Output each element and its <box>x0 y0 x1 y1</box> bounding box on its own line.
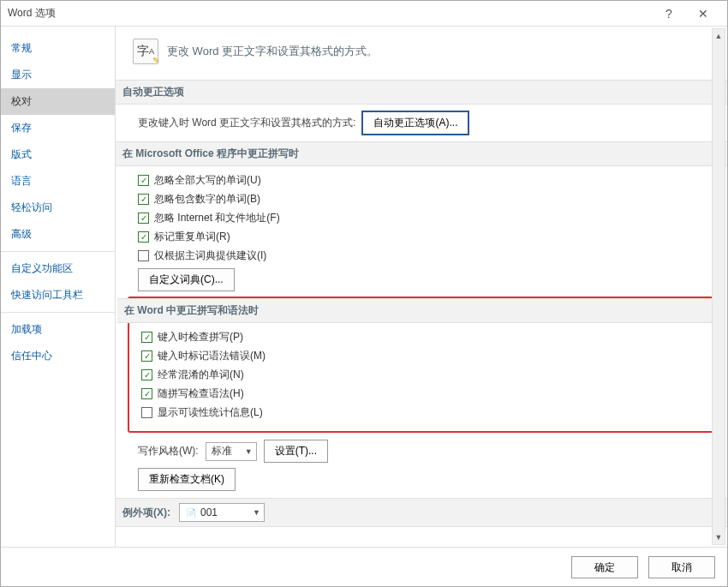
checkbox-icon <box>138 175 149 186</box>
checkbox-icon <box>141 407 152 418</box>
autocorrect-row: 更改键入时 Word 更正文字和设置其格式的方式: 自动更正选项(A)... <box>133 111 710 135</box>
section-autocorrect: 自动更正选项 <box>116 80 727 105</box>
scroll-up-icon[interactable]: ▲ <box>713 29 725 43</box>
chk-flag-repeated[interactable]: 标记重复单词(R) <box>138 230 710 244</box>
checkbox-icon <box>141 388 152 399</box>
dialog-footer: 确定 取消 <box>1 547 727 586</box>
custom-dictionaries-button[interactable]: 自定义词典(C)... <box>138 268 235 291</box>
vertical-scrollbar[interactable]: ▲ ▼ <box>712 28 725 545</box>
grammar-settings-button[interactable]: 设置(T)... <box>264 440 328 463</box>
writing-style-label: 写作风格(W): <box>138 444 199 458</box>
recheck-document-button[interactable]: 重新检查文档(K) <box>138 468 236 491</box>
exceptions-value: 001 <box>200 506 218 518</box>
writing-style-row: 写作风格(W): 标准 ▼ 设置(T)... <box>133 440 710 463</box>
panel-header: 字A✎ 更改 Word 更正文字和设置其格式的方式。 <box>133 39 710 64</box>
sidebar-item-trust[interactable]: 信任中心 <box>1 343 115 369</box>
checkbox-icon <box>141 332 152 343</box>
proofing-icon: 字A✎ <box>133 39 158 64</box>
autocorrect-desc: 更改键入时 Word 更正文字和设置其格式的方式: <box>138 116 355 130</box>
sidebar-item-qat[interactable]: 快速访问工具栏 <box>1 282 115 308</box>
checkbox-icon <box>141 369 152 380</box>
checkbox-icon <box>138 231 149 243</box>
sidebar-item-language[interactable]: 语言 <box>1 168 115 195</box>
help-button[interactable]: ? <box>652 7 686 21</box>
writing-style-select[interactable]: 标准 ▼ <box>206 442 257 461</box>
sidebar-item-general[interactable]: 常规 <box>1 35 115 62</box>
word-options-dialog: Word 选项 ? ✕ 常规 显示 校对 保存 版式 语言 轻松访问 高级 自定… <box>0 0 728 587</box>
chevron-down-icon: ▼ <box>245 447 253 456</box>
chk-ignore-numbers[interactable]: 忽略包含数字的单词(B) <box>138 192 710 207</box>
window-title: Word 选项 <box>8 6 652 21</box>
category-sidebar: 常规 显示 校对 保存 版式 语言 轻松访问 高级 自定义功能区 快速访问工具栏… <box>1 27 116 547</box>
checkbox-icon <box>141 350 152 362</box>
autocorrect-options-button[interactable]: 自动更正选项(A)... <box>362 111 468 135</box>
chk-ignore-internet[interactable]: 忽略 Internet 和文件地址(F) <box>138 211 710 225</box>
checkbox-icon <box>138 250 149 261</box>
checkbox-icon <box>138 213 149 224</box>
sidebar-item-layout[interactable]: 版式 <box>1 141 115 168</box>
section-word-spelling: 在 Word 中更正拼写和语法时 <box>117 298 725 323</box>
exceptions-select[interactable]: 📄001 ▼ <box>179 503 265 522</box>
sidebar-item-proofing[interactable]: 校对 <box>1 88 115 115</box>
chk-readability-stats[interactable]: 显示可读性统计信息(L) <box>134 405 713 420</box>
sidebar-item-save[interactable]: 保存 <box>1 115 115 141</box>
ok-button[interactable]: 确定 <box>571 556 638 578</box>
cancel-button[interactable]: 取消 <box>648 556 715 578</box>
chk-confused-words[interactable]: 经常混淆的单词(N) <box>134 368 713 382</box>
sidebar-item-display[interactable]: 显示 <box>1 62 115 88</box>
chk-check-spelling-typing[interactable]: 键入时检查拼写(P) <box>134 330 713 344</box>
section-office-spelling: 在 Microsoft Office 程序中更正拼写时 <box>116 141 727 166</box>
panel-description: 更改 Word 更正文字和设置其格式的方式。 <box>167 44 378 59</box>
document-icon: 📄 <box>185 506 197 518</box>
chk-main-dict-only[interactable]: 仅根据主词典提供建议(I) <box>138 249 710 263</box>
word-spelling-highlight: 在 Word 中更正拼写和语法时 键入时检查拼写(P) 键入时标记语法错误(M)… <box>128 296 715 433</box>
titlebar: Word 选项 ? ✕ <box>1 1 727 27</box>
chk-mark-grammar-typing[interactable]: 键入时标记语法错误(M) <box>134 349 713 363</box>
scroll-down-icon[interactable]: ▼ <box>713 530 725 544</box>
chevron-down-icon: ▼ <box>253 508 260 517</box>
writing-style-value: 标准 <box>212 444 232 458</box>
checkbox-icon <box>138 194 149 205</box>
chk-ignore-uppercase[interactable]: 忽略全部大写的单词(U) <box>138 173 710 188</box>
section-exceptions: 例外项(X): 📄001 ▼ <box>116 498 727 527</box>
options-panel: 字A✎ 更改 Word 更正文字和设置其格式的方式。 自动更正选项 更改键入时 … <box>116 27 727 547</box>
chk-grammar-with-spelling[interactable]: 随拼写检查语法(H) <box>134 386 713 401</box>
dialog-body: 常规 显示 校对 保存 版式 语言 轻松访问 高级 自定义功能区 快速访问工具栏… <box>1 27 727 547</box>
sidebar-item-customize-ribbon[interactable]: 自定义功能区 <box>1 255 115 282</box>
close-button[interactable]: ✕ <box>686 7 720 21</box>
sidebar-item-advanced[interactable]: 高级 <box>1 221 115 248</box>
sidebar-item-addins[interactable]: 加载项 <box>1 316 115 343</box>
sidebar-item-ease[interactable]: 轻松访问 <box>1 195 115 221</box>
exceptions-label: 例外项(X): <box>122 506 170 520</box>
office-spell-options: 忽略全部大写的单词(U) 忽略包含数字的单词(B) 忽略 Internet 和文… <box>133 173 710 291</box>
